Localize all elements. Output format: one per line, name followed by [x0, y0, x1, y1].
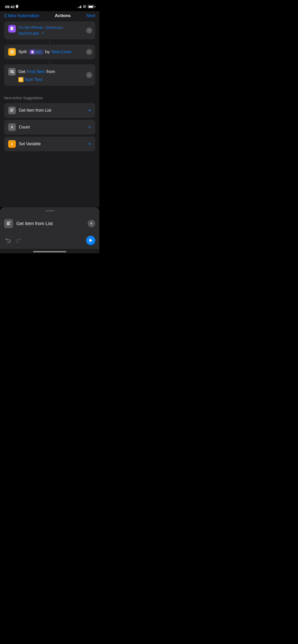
home-bar [33, 251, 66, 252]
svg-rect-3 [10, 53, 14, 53]
undo-button[interactable] [4, 236, 13, 245]
svg-rect-10 [19, 79, 22, 80]
suggestion-set-variable-left: x Set Variable [8, 140, 41, 148]
home-indicator-area [0, 249, 99, 253]
split-card: Split 📄 File by New Lines ✕ [4, 45, 95, 59]
nav-bar: New Automation Actions Next [0, 11, 99, 21]
suggestion-get-item-label: Get Item from List [19, 108, 51, 113]
sheet-handle [45, 210, 54, 211]
svg-rect-15 [7, 222, 11, 223]
suggestion-count-left: # Count [8, 123, 30, 131]
get-item-icon: ▶ [8, 68, 16, 76]
signal-bars [77, 5, 82, 8]
add-path-button[interactable]: + [42, 31, 44, 36]
status-bar: 09:41 ⌘ [0, 0, 99, 11]
sheet-item-icon [4, 219, 13, 228]
svg-rect-0 [10, 27, 13, 30]
file-token-label: File [35, 50, 42, 54]
suggestion-set-variable[interactable]: x Set Variable + [4, 137, 95, 151]
svg-rect-13 [10, 110, 13, 110]
close-file-path-button[interactable]: ✕ [86, 27, 92, 34]
svg-rect-11 [19, 80, 22, 81]
redo-button[interactable] [13, 236, 22, 245]
connector-2 [50, 60, 50, 64]
next-button[interactable]: Next [86, 13, 95, 18]
split-text-token[interactable]: Split Text [18, 77, 42, 82]
svg-rect-9 [19, 78, 22, 79]
first-item-token[interactable]: First Item [27, 69, 45, 74]
sheet-close-button[interactable]: ✕ [88, 220, 95, 227]
file-path-card: On My iPhone › Shortcuts › DarkOrLight +… [4, 21, 95, 39]
back-button[interactable]: New Automation [4, 13, 39, 18]
file-token[interactable]: 📄 File [28, 49, 44, 55]
sheet-item-label: Get Item from List [16, 221, 53, 226]
count-icon: # [8, 123, 16, 131]
path-filename[interactable]: DarkOrLight [18, 31, 39, 35]
suggestion-count[interactable]: # Count + [4, 120, 95, 135]
status-time: 09:41 [5, 5, 18, 9]
chevron-left-icon [4, 14, 7, 18]
sheet-item: Get Item from List ✕ [4, 215, 95, 232]
battery-icon [88, 5, 94, 8]
svg-rect-16 [7, 223, 10, 224]
path-arrow-2: › [63, 25, 64, 30]
split-verb: Split [18, 49, 27, 54]
page-title: Actions [55, 13, 71, 18]
play-button[interactable] [86, 236, 95, 245]
from-word: from [46, 69, 55, 74]
variable-icon: x [8, 140, 16, 148]
path-segment-iphone[interactable]: On My iPhone [18, 25, 43, 30]
main-spacer [0, 156, 99, 207]
suggestions-title: Next Action Suggestions [4, 96, 95, 100]
split-text-token-icon [18, 77, 23, 82]
file-icon [8, 25, 16, 33]
suggestion-get-item-add[interactable]: + [88, 107, 91, 114]
path-arrow-1: › [44, 25, 45, 30]
suggestion-set-variable-add[interactable]: + [88, 141, 91, 147]
sheet-item-left: Get Item from List [4, 219, 53, 228]
suggestion-get-item[interactable]: Get Item from List + [4, 103, 95, 118]
wifi-icon: ⌘ [83, 5, 86, 9]
svg-rect-1 [10, 50, 14, 51]
connector-1 [50, 40, 50, 45]
suggestion-set-variable-label: Set Variable [19, 142, 41, 146]
split-text-label: Split Text [25, 77, 42, 82]
get-verb: Get [18, 69, 25, 74]
bottom-sheet: Get Item from List ✕ [0, 207, 99, 249]
split-icon [8, 48, 16, 56]
time-display: 09:41 [5, 5, 15, 9]
new-lines-token[interactable]: New Lines [51, 49, 71, 54]
actions-list: On My iPhone › Shortcuts › DarkOrLight +… [0, 21, 99, 91]
file-token-icon: 📄 [30, 50, 34, 54]
back-label: New Automation [8, 13, 39, 18]
close-get-item-button[interactable]: ✕ [86, 72, 92, 78]
suggestion-count-add[interactable]: + [88, 124, 91, 130]
location-icon [16, 5, 18, 8]
svg-rect-12 [10, 109, 14, 109]
path-segment-shortcuts[interactable]: Shortcuts [46, 25, 62, 30]
suggestions-section: Next Action Suggestions Get Item from Li… [0, 91, 99, 156]
get-item-list-icon [8, 107, 16, 114]
status-icons: ⌘ [77, 5, 94, 9]
svg-rect-17 [7, 224, 10, 225]
svg-rect-4 [10, 70, 14, 71]
sheet-toolbar [4, 233, 95, 249]
suggestion-count-label: Count [19, 125, 30, 129]
svg-rect-2 [10, 52, 14, 52]
close-split-button[interactable]: ✕ [86, 49, 92, 55]
get-item-card: ▶ Get First Item from Split Text [4, 64, 95, 86]
suggestion-get-item-left: Get Item from List [8, 107, 51, 114]
svg-rect-5 [10, 71, 13, 72]
svg-rect-14 [10, 111, 13, 111]
split-by: by [45, 49, 50, 54]
